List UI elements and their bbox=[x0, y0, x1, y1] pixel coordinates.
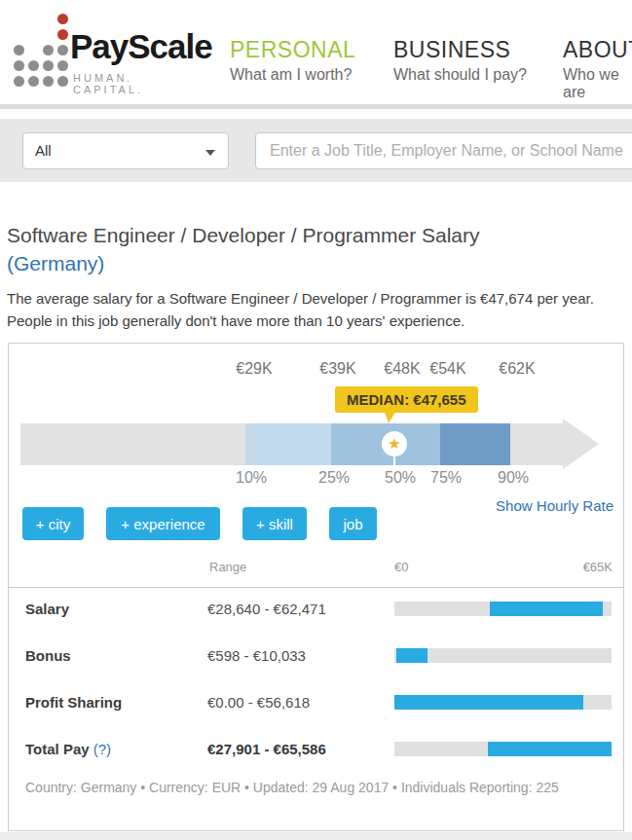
range-bar-fill bbox=[490, 602, 603, 616]
show-hourly-rate-link[interactable]: Show Hourly Rate bbox=[496, 497, 613, 514]
nav-personal-label: PERSONAL bbox=[230, 37, 355, 63]
brand-tagline: HUMAN. CAPITAL. bbox=[73, 72, 143, 95]
add-experience-button[interactable]: + experience bbox=[106, 507, 220, 540]
page-description-line1: The average salary for a Software Engine… bbox=[7, 290, 594, 307]
table-row-bonus: Bonus €598 - €10,033 bbox=[9, 633, 623, 679]
tick-50th-value: €48K bbox=[384, 360, 420, 378]
tick-25th-value: €39K bbox=[319, 360, 355, 378]
range-bar-track bbox=[394, 742, 612, 756]
median-star-icon[interactable]: ★ bbox=[382, 431, 407, 457]
search-band: All bbox=[0, 119, 632, 182]
axis-max-label: €65K bbox=[583, 560, 613, 574]
tick-25th-pct: 25% bbox=[318, 469, 350, 487]
range-bar-track bbox=[394, 648, 612, 663]
nav-business-label: BUSINESS bbox=[393, 37, 527, 63]
category-dropdown-value: All bbox=[35, 142, 52, 159]
tick-90th-value: €62K bbox=[499, 360, 535, 378]
percentile-bar bbox=[20, 423, 563, 465]
range-bar-track bbox=[394, 695, 612, 710]
range-bar-fill bbox=[396, 648, 428, 663]
row-label: Total Pay (?) bbox=[25, 741, 111, 757]
page-description-line2: People in this job generally don't have … bbox=[7, 312, 465, 329]
row-range-value: €27,901 - €65,586 bbox=[207, 741, 326, 757]
job-search-input[interactable] bbox=[255, 132, 632, 169]
nav-business[interactable]: BUSINESS What should I pay? bbox=[393, 37, 527, 84]
band-10-25 bbox=[245, 423, 331, 465]
nav-about[interactable]: ABOUT Who we are bbox=[563, 37, 632, 101]
median-callout: MEDIAN: €47,655 bbox=[335, 386, 478, 413]
page-title-location: (Germany) bbox=[7, 252, 104, 274]
nav-about-sub: Who we are bbox=[563, 66, 632, 101]
bottom-strip bbox=[0, 832, 632, 840]
row-label: Profit Sharing bbox=[25, 694, 122, 711]
tick-90th-pct: 90% bbox=[498, 469, 529, 487]
median-callout-pointer bbox=[385, 412, 395, 423]
add-city-button[interactable]: + city bbox=[22, 507, 84, 540]
table-row-salary: Salary €28,640 - €62,471 bbox=[9, 586, 623, 633]
nav-personal[interactable]: PERSONAL What am I worth? bbox=[230, 37, 355, 84]
nav-personal-sub: What am I worth? bbox=[230, 66, 355, 84]
arrow-head-icon bbox=[563, 419, 599, 469]
logo-dots-icon bbox=[14, 14, 72, 91]
header: PayScale HUMAN. CAPITAL. PERSONAL What a… bbox=[0, 0, 632, 104]
brand-wordmark: PayScale bbox=[70, 27, 212, 66]
row-range-value: €0.00 - €56,618 bbox=[207, 694, 310, 711]
help-icon[interactable]: (?) bbox=[93, 741, 111, 757]
header-divider bbox=[0, 104, 632, 109]
range-table-header: Range €0 €65K bbox=[9, 560, 625, 579]
table-row-total-pay: Total Pay (?) €27,901 - €65,586 bbox=[9, 726, 623, 773]
row-label: Salary bbox=[25, 601, 69, 617]
tick-10th-value: €29K bbox=[236, 360, 272, 378]
page-title: Software Engineer / Developer / Programm… bbox=[7, 221, 480, 277]
add-skill-button[interactable]: + skill bbox=[242, 507, 307, 540]
payscale-page: PayScale HUMAN. CAPITAL. PERSONAL What a… bbox=[0, 0, 632, 840]
median-dashed-line bbox=[393, 457, 395, 465]
tick-10th-pct: 10% bbox=[236, 469, 267, 487]
range-bar-fill bbox=[394, 695, 583, 710]
nav-business-sub: What should I pay? bbox=[393, 66, 527, 84]
table-row-profit-sharing: Profit Sharing €0.00 - €56,618 bbox=[9, 679, 623, 726]
nav-about-label: ABOUT bbox=[563, 37, 632, 63]
row-label-text: Total Pay bbox=[25, 741, 90, 757]
row-label: Bonus bbox=[25, 647, 71, 664]
range-column-header: Range bbox=[209, 560, 246, 574]
salary-panel: €29K €39K €48K €54K €62K MEDIAN: €47,655… bbox=[8, 343, 624, 831]
range-bar-fill bbox=[488, 742, 612, 756]
tick-75th-pct: 75% bbox=[430, 469, 462, 487]
axis-min-label: €0 bbox=[394, 560, 408, 574]
page-title-line1: Software Engineer / Developer / Programm… bbox=[7, 224, 480, 246]
category-dropdown[interactable]: All bbox=[22, 132, 229, 169]
page-description: The average salary for a Software Engine… bbox=[7, 287, 594, 332]
band-75-90 bbox=[440, 423, 510, 465]
tick-75th-value: €54K bbox=[429, 360, 465, 378]
job-button[interactable]: job bbox=[329, 507, 377, 540]
tick-50th-pct: 50% bbox=[385, 469, 416, 487]
row-range-value: €28,640 - €62,471 bbox=[207, 601, 326, 617]
row-range-value: €598 - €10,033 bbox=[207, 647, 306, 664]
range-bar-track bbox=[394, 602, 612, 616]
report-meta: Country: Germany • Currency: EUR • Updat… bbox=[25, 780, 559, 795]
chevron-down-icon bbox=[205, 150, 215, 156]
